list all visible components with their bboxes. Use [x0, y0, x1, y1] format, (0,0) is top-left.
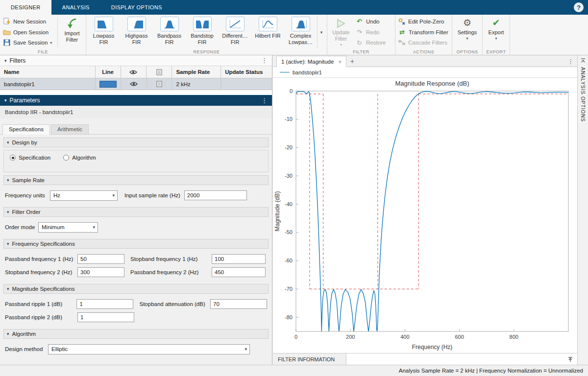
passband-ripple-2-field[interactable] [77, 312, 134, 322]
edit-pole-zero-button[interactable]: Edit Pole-Zero [398, 17, 449, 26]
transform-filter-icon: ⇄ [398, 29, 406, 35]
response-label: Highpass FIR [122, 33, 151, 46]
tab-designer[interactable]: DESIGNER [0, 0, 51, 15]
visibility-eye-icon[interactable] [130, 81, 138, 87]
save-session-button[interactable]: Save Session ▾ [3, 38, 54, 47]
update-filter-button[interactable]: Update Filter ▾ [328, 16, 354, 48]
response-lowpass-fir-button[interactable]: Lowpass FIR [87, 16, 120, 48]
frequency-specs-section-header[interactable]: ▾ Frequency Specifications [3, 239, 269, 249]
passband-frequency-2-label: Passband frequency 2 (Hz) [130, 269, 212, 275]
svg-text:-70: -70 [285, 286, 293, 292]
transform-filter-button[interactable]: ⇄ Transform Filter [398, 27, 449, 37]
sample-rate-section-header[interactable]: ▾ Sample Rate [3, 175, 269, 185]
filter-update-status [221, 78, 272, 90]
design-method-combo[interactable]: Elliptic ▾ [48, 344, 250, 354]
parameters-menu-icon[interactable]: ⋮ [261, 97, 268, 104]
collapse-caret-icon: ▾ [7, 241, 9, 246]
highpass-icon [130, 19, 144, 29]
export-button[interactable]: ✔ Export ▾ [484, 16, 509, 41]
import-filter-label: Import Filter [61, 30, 83, 43]
design-method-label: Design method [5, 346, 48, 352]
viewer-menu-icon[interactable]: ⋮ [567, 58, 574, 65]
redo-icon: ↷ [355, 29, 364, 35]
radio-specification[interactable]: Specification [10, 155, 50, 161]
passband-frequency-2-field[interactable] [212, 267, 266, 277]
section-magnitude-specifications: ▾ Magnitude Specifications Passband ripp… [3, 284, 269, 326]
import-filter-button[interactable]: Import Filter [59, 16, 85, 48]
response-bandstop-fir-button[interactable]: Bandstop FIR [186, 16, 219, 48]
legend-line-sample [280, 72, 290, 72]
collapse-caret-icon: ▾ [7, 331, 9, 336]
help-button[interactable]: ? [574, 2, 584, 12]
section-filter-order: ▾ Filter Order Order mode Minimum ▾ [3, 207, 269, 236]
open-session-icon [3, 28, 11, 36]
filter-row-bandstopiir1[interactable]: bandstopiir1 2 kHz [0, 78, 272, 90]
parameters-subtitle: Bandstop IIR - bandstopiir1 [0, 106, 272, 118]
stopband-frequency-2-field[interactable] [77, 267, 124, 277]
design-by-section-header[interactable]: ▾ Design by [3, 138, 269, 147]
chart-legend: bandstopiir1 [273, 67, 577, 78]
tab-arithmetic[interactable]: Arithmetic [51, 124, 89, 134]
update-filter-dropdown-icon: ▾ [340, 43, 342, 47]
expand-panel-button[interactable] [567, 356, 577, 362]
sample-rate-title: Sample Rate [12, 177, 45, 183]
new-session-button[interactable]: New Session [3, 17, 54, 26]
response-gallery-expand-button[interactable]: ▾ [317, 16, 325, 48]
save-session-label: Save Session [13, 40, 48, 46]
svg-text:Magnitude Response (dB): Magnitude Response (dB) [395, 80, 469, 87]
legend-label[interactable]: bandstopiir1 [293, 70, 322, 75]
response-label: Lowpass FIR [90, 33, 118, 46]
collapse-caret-icon[interactable]: ▾ [4, 98, 7, 103]
response-label: Bandpass FIR [155, 33, 184, 46]
response-label: Complex Lowpas… [287, 33, 315, 46]
filter-order-title: Filter Order [12, 209, 41, 215]
passband-frequency-1-field[interactable] [77, 254, 124, 264]
collapse-strip-icon[interactable] [580, 58, 586, 64]
file-section-label: FILE [0, 49, 86, 54]
line-color-swatch[interactable] [99, 81, 117, 88]
svg-text:-30: -30 [285, 173, 293, 179]
add-view-button[interactable]: + [346, 55, 358, 67]
filters-menu-icon[interactable]: ⋮ [261, 57, 268, 64]
undo-button[interactable]: ↶ Undo [355, 17, 386, 26]
svg-text:Frequency (Hz): Frequency (Hz) [412, 344, 453, 351]
settings-button[interactable]: ⚙ Settings ▾ [453, 16, 481, 41]
response-complex-lowpass-button[interactable]: Complex Lowpas… [284, 16, 317, 48]
viewer-panel: 1 (active): Magnitude × + ⋮ bandstopiir1… [273, 55, 577, 365]
tab-specifications[interactable]: Specifications [2, 124, 50, 135]
passband-ripple-1-label: Passband ripple 1 (dB) [5, 301, 76, 307]
open-session-label: Open Session [13, 29, 49, 35]
frequency-units-combo[interactable]: Hz ▾ [50, 190, 118, 201]
close-icon[interactable]: × [338, 59, 341, 65]
tab-analysis[interactable]: ANALYSIS [51, 0, 100, 15]
collapse-caret-icon[interactable]: ▾ [4, 58, 7, 63]
svg-text:800: 800 [510, 334, 518, 340]
passband-ripple-1-field[interactable] [76, 299, 133, 309]
annotation-icon[interactable] [156, 81, 162, 87]
parameters-header: ▾ Parameters ⋮ [0, 95, 272, 106]
viewer-tab-magnitude[interactable]: 1 (active): Magnitude × [276, 56, 346, 67]
response-highpass-fir-button[interactable]: Highpass FIR [120, 16, 153, 48]
transform-filter-label: Transform Filter [409, 29, 448, 35]
algorithm-section-header[interactable]: ▾ Algorithm [3, 329, 269, 339]
restore-button[interactable]: ↻ Restore [355, 38, 386, 47]
response-bandpass-fir-button[interactable]: Bandpass FIR [153, 16, 186, 48]
radio-algorithm[interactable]: Algorithm [63, 155, 96, 161]
filter-information-tab[interactable]: FILTER INFORMATION [273, 353, 346, 365]
magnitude-specs-section-header[interactable]: ▾ Magnitude Specifications [3, 284, 269, 294]
order-mode-combo[interactable]: Minimum ▾ [38, 222, 98, 233]
redo-button[interactable]: ↷ Redo [355, 27, 386, 37]
filter-order-section-header[interactable]: ▾ Filter Order [3, 207, 269, 217]
stopband-attenuation-field[interactable] [210, 299, 267, 309]
analysis-options-strip[interactable]: ANALYSIS OPTIONS [577, 55, 588, 365]
svg-text:-10: -10 [285, 116, 293, 122]
tab-display-options[interactable]: DISPLAY OPTIONS [100, 0, 173, 15]
input-sample-rate-field[interactable] [184, 190, 247, 200]
filter-information-bar: FILTER INFORMATION [273, 353, 577, 365]
open-session-button[interactable]: Open Session [3, 27, 54, 37]
response-differentiator-fir-button[interactable]: Different… FIR [219, 16, 251, 48]
options-section-label: OPTIONS [452, 49, 482, 54]
cascade-filters-button[interactable]: Cascade Filters [398, 38, 449, 47]
response-hilbert-fir-button[interactable]: Hilbert FIR [251, 16, 284, 48]
stopband-frequency-1-field[interactable] [212, 254, 266, 264]
